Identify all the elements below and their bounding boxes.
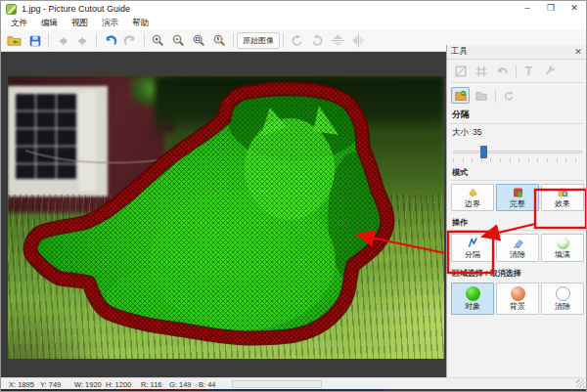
region-background-button[interactable]: 背景: [496, 283, 539, 315]
menu-edit[interactable]: 编辑: [34, 18, 65, 29]
forward-icon[interactable]: [72, 31, 93, 50]
cat-selection-overlay[interactable]: [8, 76, 444, 359]
undo-icon[interactable]: [100, 31, 120, 50]
back-icon[interactable]: [52, 31, 72, 50]
zoom-actual-icon[interactable]: [209, 31, 230, 50]
menu-file[interactable]: 文件: [4, 18, 34, 29]
operation-clear-button[interactable]: 清除: [496, 234, 539, 262]
operation-section-label: 操作: [447, 214, 587, 229]
menu-help[interactable]: 帮助: [125, 18, 156, 29]
resize-grip[interactable]: [576, 379, 585, 388]
tools-panel: 工具 ✕ T: [446, 45, 587, 377]
status-b: B: 44: [199, 380, 216, 389]
operation-fill-button[interactable]: 填满: [541, 234, 584, 262]
photo-cat-on-grass[interactable]: [8, 76, 444, 359]
flip-horizontal-icon[interactable]: [348, 31, 369, 50]
status-g: G: 149: [169, 380, 192, 389]
background-icon: [511, 286, 525, 301]
cutout-tool-icon[interactable]: [451, 87, 470, 104]
status-w: W: 1920: [74, 380, 102, 389]
eraser-icon: [512, 237, 524, 249]
region-clear-button[interactable]: 清除: [541, 283, 584, 315]
mode-effect-button[interactable]: 效果: [541, 184, 584, 211]
open-icon[interactable]: [4, 31, 24, 50]
rotate-ccw-icon[interactable]: [287, 31, 307, 50]
cat-selection-shape: [30, 79, 387, 338]
save-icon[interactable]: [24, 31, 45, 50]
zoom-in-icon[interactable]: [148, 31, 168, 50]
object-icon: [466, 286, 480, 301]
status-y: Y: 749: [40, 380, 61, 389]
slider-ticks: [453, 158, 582, 162]
rotate-tool-icon[interactable]: [499, 87, 518, 104]
mode-section-label: 模式: [447, 164, 587, 179]
effect-icon: [557, 187, 569, 198]
tools-panel-header: 工具 ✕: [447, 45, 587, 60]
status-x: X: 1895: [9, 380, 34, 389]
rotate-cw-icon[interactable]: [307, 31, 328, 50]
zoom-fit-icon[interactable]: [189, 31, 209, 50]
mode-complete-button[interactable]: 完整: [496, 184, 539, 211]
region-object-button[interactable]: 对象: [451, 283, 494, 315]
status-h: H: 1200: [106, 380, 131, 389]
flip-vertical-icon[interactable]: [328, 31, 348, 50]
separate-icon: [467, 237, 479, 249]
boundary-icon: [467, 187, 479, 198]
zoom-out-icon[interactable]: [168, 31, 189, 50]
clear-icon: [556, 286, 570, 301]
app-icon: [6, 4, 17, 15]
redo-icon[interactable]: [120, 31, 141, 50]
crop-icon[interactable]: [451, 63, 470, 79]
undo-tool-icon[interactable]: [492, 63, 511, 79]
close-button[interactable]: ✕: [563, 1, 586, 17]
operation-separate-button[interactable]: 分隔: [451, 234, 494, 262]
mode-boundary-button[interactable]: 边界: [451, 184, 494, 211]
title-bar: 1.jpg - Picture Cutout Guide – ❐ ✕: [1, 1, 586, 17]
status-r: R: 116: [141, 380, 162, 389]
panel-close-icon[interactable]: ✕: [572, 47, 584, 57]
menu-bar: 文件 编辑 视图 演示 帮助: [1, 17, 586, 30]
text-tool-icon[interactable]: T: [519, 63, 538, 79]
size-value: 35: [473, 127, 481, 139]
complete-icon: [512, 187, 524, 198]
separate-section-label: 分隔: [447, 106, 587, 122]
original-image-button[interactable]: 原始图像: [237, 32, 280, 49]
size-label: 大小: [452, 127, 469, 139]
size-slider[interactable]: [453, 145, 582, 158]
status-progress-well: [232, 380, 322, 388]
menu-view[interactable]: 视图: [65, 18, 95, 29]
minimize-button[interactable]: –: [516, 1, 539, 17]
app-window: 1.jpg - Picture Cutout Guide – ❐ ✕ 文件 编辑…: [0, 0, 587, 392]
tools-panel-title: 工具: [451, 46, 468, 58]
edit-tool-icon[interactable]: [472, 87, 490, 104]
wrench-icon[interactable]: [540, 63, 559, 79]
image-canvas[interactable]: [1, 52, 446, 377]
region-section-label: 区域选择 / 取消选择: [447, 265, 587, 280]
status-bar: X: 1895 Y: 749 W: 1920 H: 1200 R: 116 G:…: [1, 377, 586, 389]
maximize-button[interactable]: ❐: [539, 1, 563, 17]
menu-demo[interactable]: 演示: [95, 18, 125, 29]
size-slider-handle[interactable]: [480, 146, 487, 158]
window-title: 1.jpg - Picture Cutout Guide: [22, 4, 130, 14]
grid-icon[interactable]: [472, 63, 490, 79]
fill-icon: [557, 237, 569, 249]
